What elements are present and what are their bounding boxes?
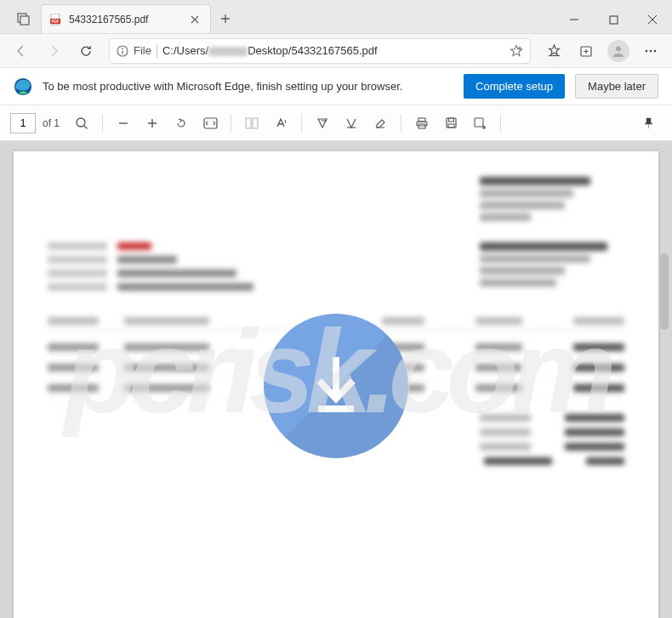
pdf-page <box>14 151 658 618</box>
erase-icon[interactable] <box>367 110 394 137</box>
maybe-later-button[interactable]: Maybe later <box>575 74 658 99</box>
divider <box>500 114 501 133</box>
invoice-header <box>48 177 624 225</box>
divider <box>231 114 231 133</box>
url-path: C:/Users/Desktop/54332167565.pdf <box>162 44 378 57</box>
svg-point-14 <box>77 118 85 127</box>
print-icon[interactable] <box>408 110 436 137</box>
svg-rect-24 <box>475 118 483 127</box>
zoom-out-icon[interactable] <box>110 110 137 137</box>
site-info-icon[interactable] <box>117 45 128 57</box>
divider <box>301 114 302 133</box>
svg-point-10 <box>646 49 648 52</box>
forward-button[interactable] <box>39 37 68 65</box>
setup-notice-bar: To be most productive with Microsoft Edg… <box>0 68 672 105</box>
svg-point-7 <box>122 48 123 49</box>
svg-rect-17 <box>253 118 258 128</box>
collections-button[interactable] <box>572 37 601 65</box>
url-protocol: File <box>134 44 151 57</box>
svg-text:PDF: PDF <box>52 19 60 23</box>
invoice-meta <box>48 242 624 297</box>
back-button[interactable] <box>7 37 36 65</box>
new-tab-button[interactable] <box>211 4 240 33</box>
zoom-in-icon[interactable] <box>139 110 166 137</box>
minimize-button[interactable] <box>555 6 594 33</box>
close-tab-icon[interactable] <box>188 13 202 26</box>
svg-rect-22 <box>448 118 453 122</box>
profile-avatar[interactable] <box>607 40 629 62</box>
browser-tab[interactable]: PDF 54332167565.pdf <box>41 4 211 33</box>
svg-rect-16 <box>246 118 251 128</box>
vertical-scrollbar[interactable] <box>658 151 670 608</box>
divider <box>102 114 103 133</box>
refresh-button[interactable] <box>71 37 100 65</box>
close-window-button[interactable] <box>633 6 672 33</box>
svg-point-9 <box>616 46 621 51</box>
pdf-file-icon: PDF <box>50 14 62 26</box>
title-bar: PDF 54332167565.pdf <box>0 0 672 34</box>
separator <box>157 44 157 58</box>
window-controls <box>555 6 672 33</box>
address-bar: File C:/Users/Desktop/54332167565.pdf <box>0 34 672 68</box>
divider <box>401 114 401 133</box>
maximize-button[interactable] <box>594 6 633 33</box>
page-number-input[interactable] <box>10 113 36 133</box>
edge-logo-icon <box>14 77 32 96</box>
highlight-icon[interactable] <box>338 110 365 137</box>
scrollbar-thumb[interactable] <box>660 253 669 330</box>
draw-icon[interactable] <box>309 110 336 137</box>
svg-point-12 <box>654 49 657 52</box>
svg-rect-1 <box>20 16 29 25</box>
tab-title: 54332167565.pdf <box>69 14 181 26</box>
search-icon[interactable] <box>68 110 95 137</box>
read-aloud-icon[interactable] <box>267 110 294 137</box>
complete-setup-button[interactable]: Complete setup <box>464 74 565 99</box>
pdf-toolbar: of 1 <box>0 105 672 141</box>
pdf-viewport[interactable]: pcrisk.com <box>0 141 672 618</box>
rotate-icon[interactable] <box>168 110 195 137</box>
favorite-icon[interactable] <box>510 44 523 58</box>
tab-actions-icon[interactable] <box>7 4 41 33</box>
download-overlay-icon[interactable] <box>264 314 408 458</box>
svg-rect-18 <box>419 118 425 122</box>
svg-point-11 <box>650 49 652 52</box>
menu-button[interactable] <box>636 37 665 65</box>
favorites-button[interactable] <box>539 37 568 65</box>
page-view-icon[interactable] <box>238 110 265 137</box>
save-as-icon[interactable] <box>466 110 493 137</box>
fit-page-icon[interactable] <box>196 110 224 137</box>
url-input[interactable]: File C:/Users/Desktop/54332167565.pdf <box>109 38 531 64</box>
notice-text: To be most productive with Microsoft Edg… <box>43 80 453 93</box>
svg-rect-5 <box>610 16 618 24</box>
save-icon[interactable] <box>437 110 464 137</box>
tab-strip: PDF 54332167565.pdf <box>0 0 240 33</box>
redacted-username <box>208 47 248 56</box>
pin-toolbar-icon[interactable] <box>635 110 662 137</box>
svg-rect-23 <box>448 124 454 128</box>
page-count-label: of 1 <box>37 117 66 129</box>
